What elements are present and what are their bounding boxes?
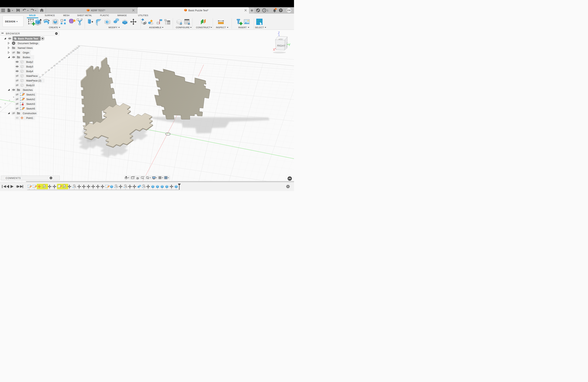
- svg-text:1: 1: [267, 9, 268, 12]
- svg-text:MANAGE: MANAGE: [117, 14, 127, 17]
- svg-text:Sketch1: Sketch1: [26, 93, 35, 96]
- svg-text:Body3: Body3: [26, 65, 33, 68]
- svg-text:MalePiece (2): MalePiece (2): [26, 79, 41, 82]
- svg-text:Body2: Body2: [26, 61, 33, 64]
- svg-text:RIGHT: RIGHT: [277, 44, 285, 47]
- svg-text:EW: EW: [287, 9, 291, 11]
- svg-text:Bodies: Bodies: [23, 56, 30, 59]
- svg-text:X: X: [273, 48, 275, 51]
- svg-text:Basic Puzzle Test: Basic Puzzle Test: [18, 37, 38, 40]
- svg-text:Z: Z: [278, 31, 280, 35]
- svg-text:Y: Y: [288, 43, 291, 46]
- svg-text:Document Settings: Document Settings: [18, 42, 38, 45]
- svg-text:Sketch2: Sketch2: [26, 98, 35, 101]
- svg-text:KERF TEST*: KERF TEST*: [91, 9, 105, 12]
- svg-text:PLASTIC: PLASTIC: [100, 14, 109, 17]
- svg-text:SHEET METAL: SHEET METAL: [77, 14, 92, 17]
- svg-text:Point1: Point1: [26, 117, 33, 119]
- svg-text:Sketch3: Sketch3: [26, 103, 35, 106]
- svg-text:Basic Puzzle Test*: Basic Puzzle Test*: [189, 9, 209, 12]
- svg-text:BROWSER: BROWSER: [6, 32, 20, 35]
- svg-text:Sketches: Sketches: [23, 89, 33, 91]
- svg-text:Body10: Body10: [26, 84, 34, 87]
- svg-text:MalePiece: MalePiece: [26, 75, 38, 77]
- svg-text:Body4: Body4: [26, 70, 33, 73]
- svg-text:Construction: Construction: [23, 112, 36, 115]
- svg-text:Named Views: Named Views: [18, 47, 33, 49]
- svg-text:UTILITIES: UTILITIES: [138, 14, 148, 17]
- svg-text:Origin: Origin: [23, 51, 29, 54]
- svg-text:?: ?: [280, 9, 282, 12]
- svg-text:Sketch5: Sketch5: [26, 107, 35, 110]
- svg-text:COMMENTS: COMMENTS: [6, 177, 21, 180]
